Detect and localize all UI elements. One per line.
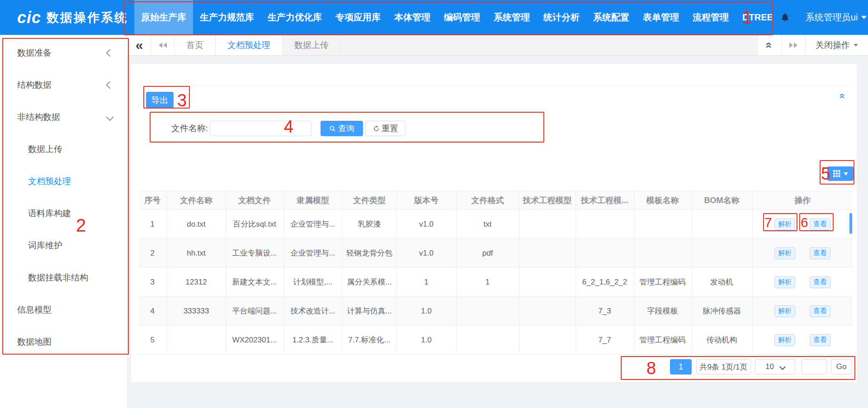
view-button[interactable]: 查看 [810,276,830,288]
table-row: 312312新建文本文...计划模型,...属分关系模...116_2_1,6_… [138,268,853,297]
double-left-triangle-icon [159,43,162,48]
file-name-input[interactable] [210,121,311,136]
go-button[interactable]: Go [831,359,852,375]
table-cell [167,326,226,355]
column-settings-button[interactable] [827,166,854,181]
table-cell: 平台端问题... [226,297,283,326]
column-header: 序号 [138,191,167,210]
page-size-select[interactable]: 10 [755,359,795,375]
sidebar-item-label: 词库维护 [28,240,62,251]
sidebar-item-6[interactable]: 语料库构建 [0,197,127,229]
page-1-button[interactable]: 1 [670,359,692,375]
close-operations-dropdown[interactable]: 关闭操作 [806,35,868,55]
query-button[interactable]: 查询 [321,121,363,136]
column-header: 隶属模型 [283,191,342,210]
double-left-triangle-icon [163,43,167,48]
top-navbar: cic 数据操作系统 原始生产库生产力规范库生产力优化库专项应用库本体管理编码管… [0,0,868,35]
view-button[interactable]: 查看 [810,218,830,230]
reset-button[interactable]: 重置 [365,121,406,136]
grid-icon [833,170,840,177]
tab-2[interactable]: 文档预处理 [216,35,283,55]
parse-button[interactable]: 解析 [774,305,795,317]
file-name-label: 文件名称: [169,121,208,136]
topnav-item-2[interactable]: 生产力规范库 [193,0,261,35]
table-cell [519,210,576,239]
view-button[interactable]: 查看 [810,305,830,317]
sidebar-item-8[interactable]: 数据挂载非结构 [0,261,127,294]
chevron-down-icon [844,172,848,176]
sidebar-item-3[interactable]: 非结构数据 [0,101,127,133]
topnav-item-10[interactable]: 表单管理 [636,0,686,35]
table-cell: 1 [456,268,519,297]
sidebar-item-1[interactable]: 数据准备 [0,37,127,69]
table-cell: 6_2_1,6_2_2 [576,268,634,297]
user-menu[interactable]: 系统管理员ui [806,11,867,24]
tab-3[interactable]: 数据上传 [283,35,341,55]
sidebar-item-label: 文档预处理 [28,176,71,187]
tabs-scroll-right-button[interactable] [782,35,806,55]
tabs-collapse-button[interactable]: « [758,35,782,55]
table-cell [456,297,519,326]
sidebar-collapse-button[interactable]: « [127,35,151,55]
sidebar-item-2[interactable]: 结构数据 [0,69,127,101]
column-header: 文件格式 [456,191,519,210]
table-cell [456,326,519,355]
view-button[interactable]: 查看 [810,247,830,259]
topnav-item-9[interactable]: 系统配置 [586,0,636,35]
table-cell: 新建文本文... [226,268,283,297]
sidebar-item-7[interactable]: 词库维护 [0,229,127,261]
topnav-item-4[interactable]: 专项应用库 [329,0,387,35]
table-cell: 1 [396,268,456,297]
column-header: 技术工程模型 [519,191,576,210]
sidebar-item-5[interactable]: 文档预处理 [0,165,127,197]
close-operations-label: 关闭操作 [816,39,850,51]
table-cell: 1.0 [396,297,456,326]
topnav-item-1[interactable]: 原始生产库 [134,0,193,35]
tabs-scroll-left-button[interactable] [151,35,175,55]
topnav-item-5[interactable]: 本体管理 [387,0,437,35]
table-cell [634,239,691,268]
table-cell [519,297,576,326]
table-cell: 字段模板 [634,297,691,326]
double-right-triangle-icon [789,43,793,48]
sidebar-item-9[interactable]: 信息模型 [0,294,127,326]
export-button[interactable]: 导出 [146,92,174,109]
tab-1[interactable]: 首页 [175,35,216,55]
sidebar-item-label: 语料库构建 [28,208,71,219]
parse-button[interactable]: 解析 [774,247,795,259]
table-scrollbar[interactable] [849,213,852,234]
table-cell: 7_3 [576,297,634,326]
panel-collapse-up-icon[interactable]: « [837,93,847,99]
documents-table: 序号文件名称文档文件隶属模型文件类型版本号文件格式技术工程模型技术工程模...模… [138,191,853,355]
bell-icon[interactable] [780,12,790,23]
sidebar-item-label: 数据上传 [28,143,62,155]
user-name: 系统管理员ui [806,11,858,24]
table-cell [519,268,576,297]
table-cell: 333333 [167,297,226,326]
table-cell: txt [456,210,519,239]
sidebar: 数据准备结构数据非结构数据数据上传文档预处理语料库构建词库维护数据挂载非结构信息… [0,35,127,408]
sidebar-item-label: 数据准备 [17,47,52,59]
table-cell: 工业专脑设... [226,239,283,268]
table-row: 4333333平台端问题...技术改造计...计算与仿真...1.07_3字段模… [138,297,853,326]
topnav-item-7[interactable]: 系统管理 [487,0,537,35]
topnav-item-11[interactable]: 流程管理 [686,0,736,35]
topnav-item-12[interactable]: DTREE [736,0,780,35]
parse-button[interactable]: 解析 [774,276,795,288]
sidebar-item-4[interactable]: 数据上传 [0,133,127,165]
sidebar-item-10[interactable]: 数据地图 [0,326,127,358]
page-goto-input[interactable] [802,359,827,375]
topnav-item-8[interactable]: 统计分析 [537,0,586,35]
parse-button[interactable]: 解析 [774,334,795,346]
sidebar-item-label: 数据地图 [17,336,52,348]
query-label: 查询 [338,123,354,134]
parse-button[interactable]: 解析 [774,218,795,230]
topnav-item-3[interactable]: 生产力优化库 [261,0,329,35]
view-button[interactable]: 查看 [810,334,830,346]
sidebar-item-label: 结构数据 [17,79,52,91]
top-nav-items: 原始生产库生产力规范库生产力优化库专项应用库本体管理编码管理系统管理统计分析系统… [134,0,780,35]
topnav-item-6[interactable]: 编码管理 [437,0,487,35]
table-cell: 1.0 [396,326,456,355]
chevron-down-icon [779,364,786,370]
table-cell: 乳胶漆 [342,210,396,239]
